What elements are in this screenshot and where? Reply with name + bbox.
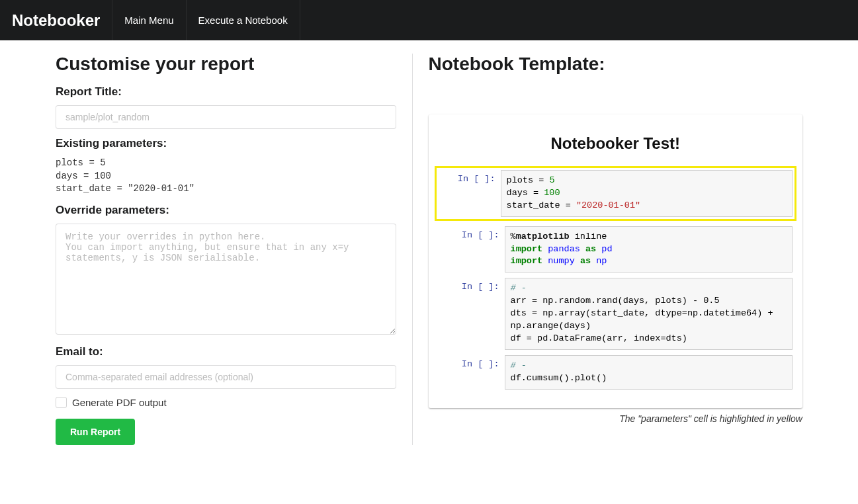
report-title-label: Report Title: bbox=[56, 85, 396, 99]
customise-panel: Customise your report Report Title: Exis… bbox=[0, 54, 412, 445]
nav-main-menu[interactable]: Main Menu bbox=[112, 0, 186, 40]
cell-prompt: In [ ]: bbox=[439, 226, 505, 273]
cell-code: plots = 5 days = 100 start_date = "2020-… bbox=[501, 170, 793, 217]
notebook-cell-parameters: In [ ]: plots = 5 days = 100 start_date … bbox=[435, 166, 796, 221]
brand-logo[interactable]: Notebooker bbox=[0, 0, 112, 40]
cell-prompt: In [ ]: bbox=[439, 355, 505, 390]
report-title-input[interactable] bbox=[56, 105, 396, 129]
report-title-field: Report Title: bbox=[56, 85, 396, 129]
cell-code: %matplotlib inline import pandas as pd i… bbox=[505, 226, 793, 273]
existing-params-label: Existing parameters: bbox=[56, 137, 396, 150]
override-params-input[interactable] bbox=[56, 224, 396, 335]
existing-params-value: plots = 5 days = 100 start_date = "2020-… bbox=[56, 157, 396, 196]
nav-execute-notebook[interactable]: Execute a Notebook bbox=[187, 0, 300, 40]
run-report-button[interactable]: Run Report bbox=[56, 419, 135, 445]
cell-prompt: In [ ]: bbox=[439, 170, 501, 217]
email-label: Email to: bbox=[56, 345, 396, 358]
cell-code: # - arr = np.random.rand(days, plots) - … bbox=[505, 278, 793, 349]
notebook-preview: Notebooker Test! In [ ]: plots = 5 days … bbox=[429, 114, 802, 408]
template-heading: Notebook Template: bbox=[429, 54, 802, 75]
override-params-field: Override parameters: bbox=[56, 204, 396, 337]
notebook-cell-imports: In [ ]: %matplotlib inline import pandas… bbox=[439, 226, 793, 273]
pdf-checkbox-label[interactable]: Generate PDF output bbox=[72, 397, 167, 408]
pdf-checkbox[interactable] bbox=[56, 397, 67, 408]
main-container: Customise your report Report Title: Exis… bbox=[0, 40, 858, 458]
pdf-checkbox-row: Generate PDF output bbox=[56, 397, 396, 408]
cell-prompt: In [ ]: bbox=[439, 278, 505, 349]
override-params-label: Override parameters: bbox=[56, 204, 396, 217]
top-navbar: Notebooker Main Menu Execute a Notebook bbox=[0, 0, 858, 40]
existing-params-field: Existing parameters: plots = 5 days = 10… bbox=[56, 137, 396, 196]
customise-heading: Customise your report bbox=[56, 54, 396, 75]
notebook-cell-plot: In [ ]: # - df.cumsum().plot() bbox=[439, 355, 793, 390]
preview-caption: The "parameters" cell is highlighted in … bbox=[429, 413, 802, 424]
cell-code: # - df.cumsum().plot() bbox=[505, 355, 793, 390]
email-input[interactable] bbox=[56, 365, 396, 389]
notebook-title: Notebooker Test! bbox=[439, 134, 793, 153]
notebook-cell-setup: In [ ]: # - arr = np.random.rand(days, p… bbox=[439, 278, 793, 349]
email-field: Email to: bbox=[56, 345, 396, 389]
template-panel: Notebook Template: Notebooker Test! In [… bbox=[412, 54, 858, 445]
